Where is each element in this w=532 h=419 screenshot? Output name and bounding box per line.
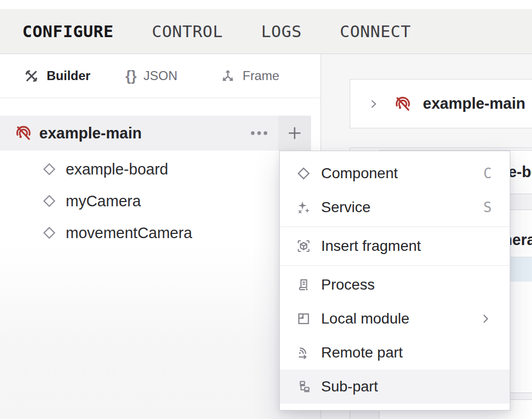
menu-item-process[interactable]: Process	[280, 268, 510, 302]
nav-tab-configure[interactable]: CONFIGURE	[22, 22, 113, 41]
remote-part-icon	[296, 345, 312, 361]
add-resource-menu: Component C Service S	[279, 151, 510, 411]
tree-item-mycamera[interactable]: myCamera	[0, 185, 321, 217]
menu-item-remote-part[interactable]: Remote part	[280, 336, 510, 370]
ellipsis-icon	[250, 130, 268, 136]
menu-item-local-module[interactable]: Local module	[280, 302, 510, 336]
component-diamond-icon	[41, 225, 57, 241]
tree-root-label: example-main	[39, 125, 141, 142]
tab-frame[interactable]: Frame	[220, 68, 279, 84]
tree-item-label: movementCamera	[66, 224, 192, 242]
component-diamond-icon	[296, 165, 312, 181]
tree-item-movementcamera[interactable]: movementCamera	[0, 217, 321, 249]
part-header-title: example-main	[423, 95, 525, 112]
menu-item-component[interactable]: Component C	[280, 156, 510, 190]
tab-builder[interactable]: Builder	[23, 68, 91, 84]
menu-item-label: Sub-part	[321, 378, 378, 395]
fragment-cube-icon	[296, 238, 312, 254]
expand-chevron-icon	[368, 98, 379, 110]
plus-icon	[286, 125, 303, 142]
frame-axes-icon	[220, 68, 236, 84]
resource-tree: example-board myCamera movementCamera	[0, 153, 321, 249]
root-more-button[interactable]	[247, 116, 271, 151]
tree-item-example-board[interactable]: example-board	[0, 153, 321, 185]
menu-item-label: Service	[321, 199, 370, 216]
tools-icon	[23, 68, 40, 84]
process-script-icon	[296, 277, 312, 293]
tree-item-label: example-board	[66, 161, 168, 178]
menu-item-label: Component	[321, 165, 398, 182]
nav-tab-control[interactable]: CONTROL	[152, 22, 223, 41]
shortcut-key: C	[483, 165, 492, 181]
component-diamond-icon	[41, 161, 57, 177]
braces-icon: {}	[126, 68, 137, 84]
tab-json[interactable]: {} JSON	[126, 68, 178, 84]
nav-tab-logs[interactable]: LOGS	[261, 22, 302, 41]
tree-root-row[interactable]: example-main	[0, 116, 321, 151]
root-add-button[interactable]	[278, 116, 311, 151]
machine-offline-icon	[14, 124, 33, 143]
part-header-card[interactable]: example-main	[350, 79, 532, 128]
tab-frame-label: Frame	[243, 68, 279, 83]
menu-item-label: Insert fragment	[321, 238, 421, 255]
nav-tab-connect[interactable]: CONNECT	[340, 22, 411, 41]
builder-sidebar: Builder {} JSON Frame	[0, 54, 321, 419]
shortcut-key: S	[483, 199, 492, 215]
configure-page: CONFIGURE CONTROL LOGS CONNECT Builder {…	[0, 0, 532, 419]
tab-builder-label: Builder	[47, 68, 91, 83]
menu-divider	[280, 265, 510, 266]
menu-item-service[interactable]: Service S	[280, 190, 510, 224]
tree-item-label: myCamera	[66, 193, 141, 210]
local-module-icon	[296, 311, 312, 327]
menu-item-label: Remote part	[321, 344, 403, 361]
menu-item-label: Process	[321, 276, 375, 293]
top-nav: CONFIGURE CONTROL LOGS CONNECT	[0, 9, 532, 54]
tab-json-label: JSON	[144, 68, 178, 83]
view-mode-tabs: Builder {} JSON Frame	[0, 54, 321, 98]
submenu-chevron-icon	[479, 312, 492, 325]
component-diamond-icon	[41, 193, 57, 209]
menu-item-insert-fragment[interactable]: Insert fragment	[280, 229, 510, 263]
sub-part-icon	[296, 379, 312, 395]
service-sparkles-icon	[296, 199, 312, 215]
machine-offline-icon	[393, 94, 412, 114]
menu-divider	[280, 226, 510, 227]
menu-item-sub-part[interactable]: Sub-part	[280, 370, 510, 404]
menu-item-label: Local module	[321, 310, 410, 327]
